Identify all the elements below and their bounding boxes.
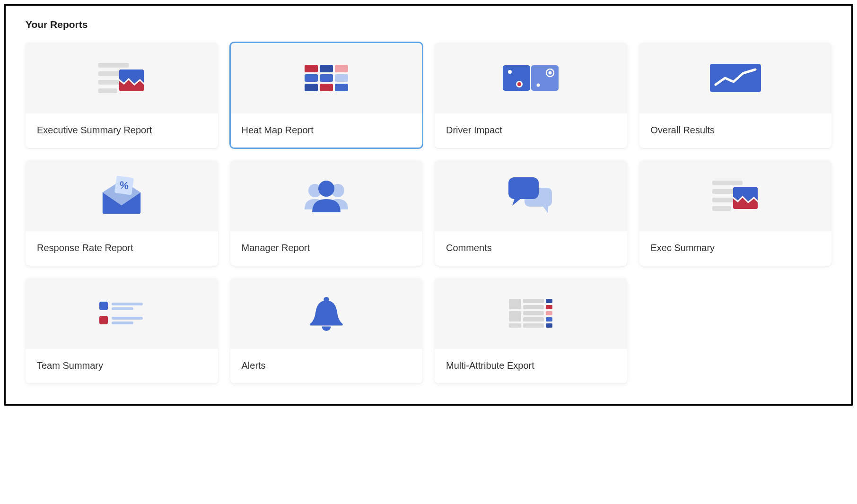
card-footer: Exec Summary xyxy=(639,231,832,266)
report-card[interactable]: Manager Report xyxy=(230,160,423,266)
report-title: Driver Impact xyxy=(446,125,616,136)
page-title: Your Reports xyxy=(26,19,831,30)
card-footer: Team Summary xyxy=(26,349,218,383)
report-card[interactable]: Exec Summary xyxy=(639,160,832,266)
driver-impact-icon xyxy=(503,65,559,91)
report-title: Comments xyxy=(446,243,616,253)
card-illustration xyxy=(435,160,627,231)
report-card[interactable]: Overall Results xyxy=(639,43,832,148)
report-title: Exec Summary xyxy=(651,243,821,253)
report-card[interactable]: Executive Summary Report xyxy=(26,43,218,148)
report-title: Executive Summary Report xyxy=(37,125,207,136)
card-illustration xyxy=(435,43,627,113)
report-card[interactable]: Alerts xyxy=(230,278,423,383)
heatmap-icon xyxy=(305,65,348,91)
report-card[interactable]: Comments xyxy=(435,160,627,266)
report-card[interactable]: Multi-Attribute Export xyxy=(435,278,627,383)
exec-summary-icon xyxy=(98,63,145,93)
report-card[interactable]: Heat Map Report xyxy=(230,43,423,148)
card-illustration xyxy=(435,278,627,349)
exec-summary-icon xyxy=(712,181,759,211)
card-illustration xyxy=(230,43,423,113)
card-footer: Multi-Attribute Export xyxy=(435,349,627,383)
card-illustration xyxy=(639,43,832,113)
report-title: Alerts xyxy=(242,360,411,371)
comments-icon xyxy=(508,177,553,214)
card-footer: Driver Impact xyxy=(435,113,627,148)
report-card[interactable]: Response Rate Report xyxy=(26,160,218,266)
card-footer: Comments xyxy=(435,231,627,266)
report-card[interactable]: Driver Impact xyxy=(435,43,627,148)
report-title: Team Summary xyxy=(37,360,207,371)
card-illustration xyxy=(639,160,832,231)
card-footer: Executive Summary Report xyxy=(26,113,218,148)
card-illustration xyxy=(26,278,218,349)
manager-report-icon xyxy=(303,178,350,213)
report-title: Response Rate Report xyxy=(37,243,207,253)
overall-results-icon xyxy=(710,64,761,92)
report-title: Overall Results xyxy=(651,125,821,136)
reports-grid: Executive Summary ReportHeat Map ReportD… xyxy=(26,43,831,383)
report-title: Heat Map Report xyxy=(242,125,411,136)
report-title: Manager Report xyxy=(242,243,411,253)
team-summary-icon xyxy=(99,302,144,325)
card-footer: Heat Map Report xyxy=(230,113,423,148)
card-footer: Alerts xyxy=(230,349,423,383)
report-title: Multi-Attribute Export xyxy=(446,360,616,371)
response-rate-icon xyxy=(98,176,145,216)
multi-attribute-icon xyxy=(509,299,552,328)
card-illustration xyxy=(26,43,218,113)
card-illustration xyxy=(230,160,423,231)
report-card[interactable]: Team Summary xyxy=(26,278,218,383)
card-footer: Overall Results xyxy=(639,113,832,148)
card-illustration xyxy=(26,160,218,231)
card-footer: Response Rate Report xyxy=(26,231,218,266)
alerts-icon xyxy=(309,296,344,331)
card-illustration xyxy=(230,278,423,349)
card-footer: Manager Report xyxy=(230,231,423,266)
